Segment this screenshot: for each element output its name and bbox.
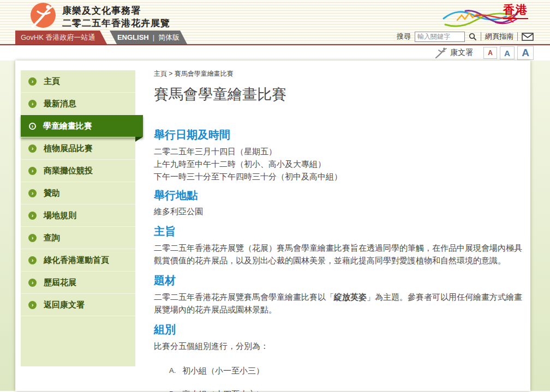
dept-name: 康樂及文化事務署 [62, 4, 170, 17]
search-button[interactable] [469, 33, 477, 41]
lcsd-figure-icon [435, 47, 447, 58]
theme-title-bold: 綻放英姿 [334, 292, 367, 301]
contact-mail-button[interactable] [522, 33, 534, 41]
lcsd-logo-icon[interactable] [31, 3, 56, 28]
main-area: › 主頁 › 最新消息 › 學童繪畫比賽 › 植物展品比賽 › 商業攤位競投 [0, 61, 550, 391]
sidebar-item-plant-exhibit-competition[interactable]: › 植物展品比賽 [21, 137, 135, 160]
list-text: 初小組（小一至小三） [182, 364, 264, 377]
chevron-bullet-icon: › [28, 301, 37, 309]
govhk-tab[interactable]: GovHK 香港政府一站通 [15, 31, 107, 44]
sidebar-item-back-to-lcsd[interactable]: › 返回康文署 [21, 294, 135, 316]
group-list: A. 初小組（小一至小三） B. 高小組（小四至小六） [154, 364, 527, 392]
sidebar-item-label: 查詢 [44, 233, 60, 243]
sidebar-item-stall-bidding[interactable]: › 商業攤位競投 [21, 160, 135, 182]
lcsd-home-link[interactable]: 康文署 [435, 47, 473, 58]
page-title: 賽馬會學童繪畫比賽 [154, 85, 527, 104]
sidebar-item-label: 贊助 [44, 188, 60, 198]
chevron-bullet-icon: › [28, 279, 37, 287]
section-heading: 題材 [154, 273, 527, 287]
chevron-bullet-icon: › [28, 234, 37, 242]
section-theme: 題材 二零二五年香港花卉展覽賽馬會學童繪畫比賽以「綻放英姿」為主題。參賽者可以用… [154, 273, 527, 316]
date-line: 二零二五年三月十四日（星期五） [154, 145, 527, 158]
sidebar-item-label: 學童繪畫比賽 [43, 121, 92, 131]
section-heading: 組別 [154, 322, 527, 336]
mail-divider [517, 32, 518, 41]
search-area: 搜尋 網頁指南 [397, 31, 534, 43]
breadcrumb-separator: > [169, 70, 172, 77]
event-name: 二零二五年香港花卉展覽 [62, 17, 170, 29]
breadcrumb-home-link[interactable]: 主頁 [154, 70, 167, 77]
section-heading: 舉行地點 [154, 188, 527, 202]
sidebar-item-home[interactable]: › 主頁 [21, 70, 135, 93]
breadcrumb: 主頁 > 賽馬會學童繪畫比賽 [154, 69, 527, 79]
list-marker: B. [169, 388, 182, 392]
chevron-bullet-icon: › [28, 167, 37, 175]
chevron-bullet-icon: › [28, 144, 37, 153]
sidebar-item-label: 主頁 [44, 76, 60, 87]
font-size-medium-button[interactable]: A [500, 46, 515, 59]
search-label: 搜尋 [397, 32, 411, 41]
simplified-chinese-link[interactable]: 简体版 [158, 31, 180, 44]
sidebar-filler [21, 316, 135, 366]
section-heading: 舉行日期及時間 [154, 128, 527, 142]
sidebar-item-sponsorship[interactable]: › 贊助 [21, 182, 135, 204]
font-size-large-button[interactable]: A [517, 46, 534, 60]
objective-paragraph: 二零二五年香港花卉展覽（花展）賽馬會學童繪畫比賽旨在透過同學的筆觸，在作品中展現… [154, 242, 527, 267]
site-title: 康樂及文化事務署 二零二五年香港花卉展覽 [62, 4, 170, 29]
utility-bar: 康文署 A A A [0, 45, 550, 61]
brand-hongkong-logo: 香港 [441, 1, 528, 32]
sidebar-item-label: 歷屆花展 [44, 278, 76, 288]
sidebar-item-label: 場地規則 [44, 210, 76, 221]
chevron-bullet-icon: › [28, 100, 37, 108]
english-link[interactable]: ENGLISH [117, 31, 149, 44]
theme-text-pre: 二零二五年香港花卉展覽賽馬會學童繪畫比賽以「 [154, 292, 334, 301]
content-container: › 主頁 › 最新消息 › 學童繪畫比賽 › 植物展品比賽 › 商業攤位競投 [15, 61, 530, 391]
section-venue: 舉行地點 維多利亞公園 [154, 188, 527, 218]
sidebar-item-enquiries[interactable]: › 查詢 [21, 227, 135, 249]
groups-intro: 比賽分五個組別進行，分別為： [154, 340, 527, 352]
section-groups: 組別 比賽分五個組別進行，分別為： A. 初小組（小一至小三） B. 高小組（小… [154, 322, 527, 392]
chevron-bullet-icon: › [28, 77, 37, 86]
font-size-small-button[interactable]: A [483, 47, 497, 59]
time-line-afternoon: 下午一時三十分至下午四時三十分（初中及高中組） [154, 170, 527, 183]
chevron-bullet-icon: › [29, 123, 36, 130]
list-text: 高小組（小四至小六） [182, 388, 264, 392]
chevron-bullet-icon: › [28, 212, 37, 220]
list-item: B. 高小組（小四至小六） [169, 388, 527, 392]
breadcrumb-current: 賽馬會學童繪畫比賽 [175, 70, 234, 77]
chevron-bullet-icon: › [28, 189, 37, 197]
venue-line: 維多利亞公園 [154, 205, 527, 218]
page: 康樂及文化事務署 二零二五年香港花卉展覽 香港 GovHK 香港政府一站通 EN… [0, 0, 550, 392]
lcsd-short-label: 康文署 [450, 48, 473, 58]
time-line-morning: 上午九時至中午十二時（初小、高小及大專組） [154, 158, 527, 170]
language-tab: ENGLISH | 简体版 [110, 31, 187, 44]
theme-paragraph: 二零二五年香港花卉展覽賽馬會學童繪畫比賽以「綻放英姿」為主題。參賽者可以用任何繪… [154, 291, 527, 316]
language-divider: | [153, 31, 154, 44]
section-date-time: 舉行日期及時間 二零二五年三月十四日（星期五） 上午九時至中午十二時（初小、高小… [154, 128, 527, 183]
gov-tabs: GovHK 香港政府一站通 ENGLISH | 简体版 [15, 31, 187, 44]
sidebar-nav: › 主頁 › 最新消息 › 學童繪畫比賽 › 植物展品比賽 › 商業攤位競投 [21, 70, 135, 366]
sidebar-item-label: 植物展品比賽 [44, 143, 93, 154]
sidebar-item-drawing-competition[interactable]: › 學童繪畫比賽 [21, 115, 143, 137]
section-heading: 主旨 [154, 224, 527, 238]
envelope-icon [522, 33, 534, 41]
magnifier-icon [469, 33, 477, 41]
sidebar-item-label: 綠化香港運動首頁 [44, 255, 109, 266]
sidebar-item-label: 商業攤位競投 [44, 166, 93, 176]
sidebar-item-label: 最新消息 [44, 99, 76, 109]
sidebar-item-label: 返回康文署 [44, 300, 85, 310]
sidebar-item-news[interactable]: › 最新消息 [21, 93, 135, 115]
sidebar-item-venue-rules[interactable]: › 場地規則 [21, 204, 135, 227]
brand-wordmark: 香港 [503, 2, 528, 19]
chevron-bullet-icon: › [28, 256, 37, 264]
header-band: 康樂及文化事務署 二零二五年香港花卉展覽 香港 GovHK 香港政府一站通 EN… [0, 0, 550, 45]
page-content: 主頁 > 賽馬會學童繪畫比賽 賽馬會學童繪畫比賽 舉行日期及時間 二零二五年三月… [154, 69, 527, 392]
search-input[interactable] [415, 32, 465, 42]
sidebar-item-greening-hk[interactable]: › 綠化香港運動首頁 [21, 249, 135, 272]
list-item: A. 初小組（小一至小三） [169, 364, 527, 377]
section-objective: 主旨 二零二五年香港花卉展覽（花展）賽馬會學童繪畫比賽旨在透過同學的筆觸，在作品… [154, 224, 527, 267]
list-marker: A. [169, 364, 182, 377]
site-guide-link[interactable]: 網頁指南 [485, 32, 513, 41]
search-divider [481, 32, 481, 41]
sidebar-item-past-shows[interactable]: › 歷屆花展 [21, 272, 135, 294]
